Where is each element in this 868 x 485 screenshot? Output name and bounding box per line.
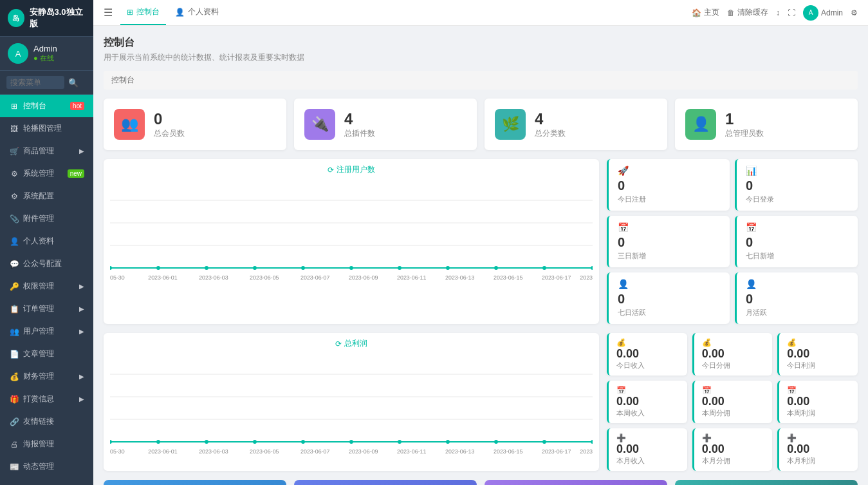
month-comm-icon: ➕	[702, 433, 765, 442]
print-icon: 🎁	[9, 395, 19, 404]
bottom-card-attachment: 附件统计 实时 81 📎 附件数量 14MB ▼	[485, 480, 667, 485]
week-profit-icon: 📅	[787, 386, 850, 395]
user-menu-button[interactable]: A Admin	[803, 5, 843, 21]
links-icon: 🔗	[9, 417, 19, 426]
bottom-card-images: 图片统计 实时 81 🖼 图片数量 14MB ▼	[675, 480, 858, 485]
today-commission-num: 0.00	[702, 347, 765, 361]
expand-button[interactable]: ↕	[776, 8, 780, 17]
sidebar-item-addon[interactable]: 📎 附件管理	[0, 207, 93, 230]
home-button[interactable]: 🏠 主页	[692, 7, 719, 18]
search-input[interactable]	[6, 76, 64, 89]
user-icon: 👥	[9, 327, 19, 336]
sidebar-item-dashboard[interactable]: ⊞ 控制台 hot	[0, 95, 93, 117]
svg-text:2023-06-05: 2023-06-05	[250, 274, 279, 281]
clear-cache-button[interactable]: 🗑 清除缓存	[727, 7, 768, 18]
user-chart-title: ⟳ 注册用户数	[110, 164, 593, 175]
wechat-icon: 💬	[9, 260, 19, 269]
sidebar-item-dynamic[interactable]: 📰 动态管理	[0, 455, 93, 478]
svg-text:2023-06-07: 2023-06-07	[300, 448, 329, 455]
plugins-count: 4	[344, 110, 375, 128]
sidebar: 岛 安静岛3.0独立版 A Admin ● 在线 🔍 ⊞ 控制台 hot 🖼 轮…	[0, 0, 93, 485]
tab-icon: 👤	[175, 8, 185, 17]
dynamic-icon: 📰	[9, 462, 19, 471]
menu-toggle-icon[interactable]: ☰	[104, 6, 113, 19]
sidebar-item-label: 商品管理	[23, 146, 54, 157]
svg-text:2023-06-11: 2023-06-11	[397, 274, 426, 281]
finance-icon: 💰	[9, 372, 19, 381]
today-register-num: 0	[618, 178, 721, 193]
svg-text:2023-06-11: 2023-06-11	[397, 448, 426, 455]
article-icon: 📄	[9, 350, 19, 359]
sidebar-header: 岛 安静岛3.0独立版	[0, 0, 93, 37]
svg-text:2023-06-13: 2023-06-13	[445, 274, 474, 281]
revenue-stats-grid: 💰 0.00 今日收入 💰 0.00 今日分佣 💰 0.00 今日利润 📅 0.…	[607, 333, 858, 471]
page-description: 用于展示当前系统中的统计数据、统计报表及重要实时数据	[104, 52, 858, 63]
commission-icon: 💰	[702, 338, 765, 347]
sidebar-item-print[interactable]: 🎁 打赏信息 ▶	[0, 388, 93, 410]
svg-point-30	[110, 440, 112, 444]
today-profit-num: 0.00	[787, 347, 850, 361]
sidebar-item-label: 文章管理	[23, 348, 54, 359]
stat-card-info: 4 总分类数	[535, 110, 566, 139]
fullscreen-button[interactable]: ⛶	[788, 8, 795, 17]
sidebar-nav: ⊞ 控制台 hot 🖼 轮播图管理 🛒 商品管理 ▶ ⚙ 系统管理 new ⚙ …	[0, 95, 93, 485]
plugins-icon: 🔌	[304, 109, 335, 140]
admins-count: 1	[725, 110, 764, 128]
svg-point-5	[156, 266, 160, 270]
stat-card-plugins: 🔌 4 总插件数	[294, 99, 477, 150]
revenue-chart-label: 总利润	[344, 338, 367, 349]
stat-month-active: 👤 0 月活跃	[735, 272, 858, 324]
search-icon[interactable]: 🔍	[68, 78, 78, 88]
topbar-username: Admin	[821, 8, 843, 17]
fullscreen-icon: ⛶	[788, 8, 795, 17]
app-logo: 岛	[8, 9, 24, 27]
sidebar-item-poster[interactable]: 🖨 海报管理	[0, 433, 93, 455]
svg-text:05-30: 05-30	[110, 448, 125, 455]
sidebar-item-user[interactable]: 👥 用户管理 ▶	[0, 320, 93, 343]
week-income-num: 0.00	[616, 395, 679, 408]
calendar-icon: 📅	[618, 222, 721, 233]
svg-point-40	[591, 440, 593, 444]
members-label: 总会员数	[154, 128, 185, 139]
svg-point-36	[398, 440, 402, 444]
svg-point-11	[446, 266, 450, 270]
bottom-card-category: 分类统计 实时 4 📂 当前分类总记录数	[104, 480, 286, 485]
sidebar-item-permission[interactable]: 🔑 权限管理 ▶	[0, 275, 93, 298]
month-profit-icon: ➕	[787, 433, 850, 442]
sidebar-item-label: 公众号配置	[23, 258, 62, 269]
tab-profile[interactable]: 👤 个人资料	[169, 1, 225, 25]
svg-point-6	[205, 266, 208, 270]
sidebar-item-finance[interactable]: 💰 财务管理 ▶	[0, 365, 93, 388]
month-commission-num: 0.00	[702, 442, 765, 456]
order-icon: 📋	[9, 305, 19, 314]
svg-point-38	[494, 440, 498, 444]
sidebar-item-label: 用户管理	[23, 326, 54, 337]
sidebar-item-links[interactable]: 🔗 友情链接	[0, 410, 93, 433]
stat-today-income: 💰 0.00 今日收入	[607, 333, 687, 376]
page-title: 控制台	[104, 36, 858, 50]
content-area: 控制台 用于展示当前系统中的统计数据、统计报表及重要实时数据 控制台 👥 0 总…	[93, 26, 868, 485]
username: Admin	[33, 44, 57, 53]
svg-text:2023-0: 2023-0	[580, 448, 593, 455]
sidebar-item-goods[interactable]: 🛒 商品管理 ▶	[0, 140, 93, 162]
month-income-icon: ➕	[616, 433, 679, 442]
today-login-num: 0	[746, 178, 849, 193]
svg-text:2023-06-03: 2023-06-03	[199, 274, 228, 281]
addon-icon: 📎	[9, 214, 19, 223]
sidebar-item-label: 友情链接	[23, 416, 54, 427]
sidebar-item-profile[interactable]: 👤 个人资料	[0, 230, 93, 252]
sidebar-item-sysconfig[interactable]: ⚙ 系统配置	[0, 185, 93, 207]
income-icon: 💰	[616, 338, 679, 347]
sidebar-item-article[interactable]: 📄 文章管理	[0, 343, 93, 365]
stat-7day-new: 📅 0 七日新增	[735, 216, 858, 267]
sidebar-item-carousel[interactable]: 🖼 轮播图管理	[0, 117, 93, 140]
sidebar-item-label: 海报管理	[23, 439, 54, 450]
sidebar-item-system[interactable]: ⚙ 系统管理 new	[0, 162, 93, 185]
topbar-actions: 🏠 主页 🗑 清除缓存 ↕ ⛶ A Admin ⚙	[692, 5, 858, 21]
tab-dashboard[interactable]: ⊞ 控制台	[120, 1, 166, 25]
sidebar-item-order[interactable]: 📋 订单管理 ▶	[0, 298, 93, 320]
profile-icon: 👤	[9, 237, 19, 246]
settings-button[interactable]: ⚙	[851, 8, 858, 17]
sidebar-item-wechat[interactable]: 💬 公众号配置	[0, 252, 93, 275]
today-income-label: 今日收入	[616, 361, 679, 370]
